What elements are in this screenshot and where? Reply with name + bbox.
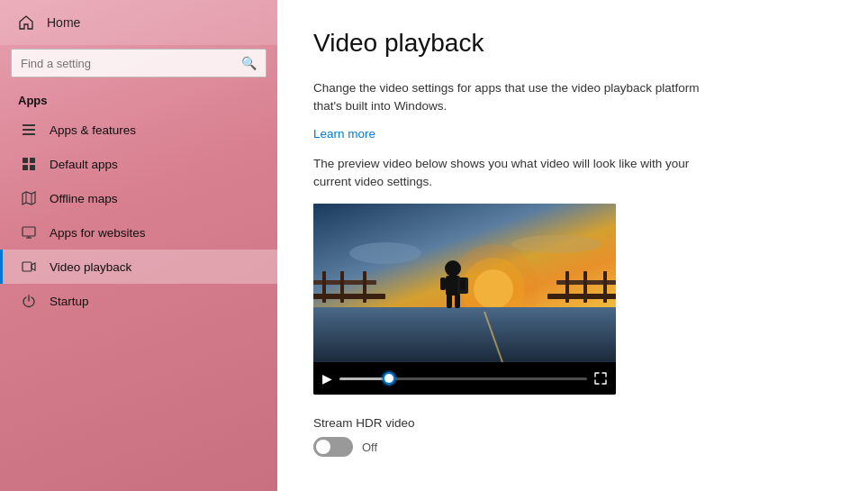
- play-button[interactable]: ▶: [322, 371, 332, 386]
- sidebar-item-startup[interactable]: Startup: [0, 284, 277, 318]
- progress-thumb: [383, 372, 395, 385]
- preview-text: The preview video below shows you what v…: [313, 155, 710, 192]
- svg-rect-0: [23, 124, 35, 126]
- hdr-section: Stream HDR video Off: [313, 416, 832, 457]
- svg-rect-25: [322, 271, 326, 303]
- sidebar-item-label: Apps & features: [50, 123, 136, 137]
- svg-rect-28: [565, 271, 569, 303]
- svg-rect-3: [23, 158, 28, 163]
- svg-point-17: [349, 242, 421, 264]
- list-icon: [21, 122, 37, 138]
- sidebar-item-label: Default apps: [50, 158, 118, 171]
- svg-rect-30: [603, 271, 607, 303]
- home-label: Home: [47, 15, 80, 30]
- search-icon[interactable]: 🔍: [232, 50, 266, 77]
- sidebar-item-apps-for-websites[interactable]: Apps for websites: [0, 215, 277, 250]
- sidebar: Home 🔍 Apps Apps & features Default apps: [0, 0, 277, 491]
- svg-rect-5: [23, 165, 28, 170]
- svg-rect-4: [30, 158, 35, 163]
- sidebar-item-apps-features[interactable]: Apps & features: [0, 113, 277, 147]
- home-icon: [18, 14, 34, 31]
- svg-rect-35: [455, 294, 460, 308]
- svg-rect-9: [23, 227, 35, 236]
- svg-rect-26: [340, 271, 344, 303]
- svg-point-18: [511, 235, 601, 253]
- progress-bar[interactable]: [339, 377, 587, 380]
- svg-rect-19: [313, 307, 616, 362]
- learn-more-link[interactable]: Learn more: [313, 127, 375, 141]
- sidebar-item-video-playback[interactable]: Video playback: [0, 250, 277, 284]
- sidebar-item-label: Startup: [50, 295, 89, 308]
- svg-rect-27: [363, 271, 366, 303]
- search-input[interactable]: [12, 50, 232, 77]
- progress-fill: [339, 377, 389, 380]
- toggle-row: Off: [313, 437, 832, 457]
- sidebar-item-label: Apps for websites: [50, 226, 146, 240]
- video-controls[interactable]: ▶: [313, 362, 616, 395]
- page-title: Video playback: [313, 29, 832, 58]
- video-frame: [313, 204, 616, 362]
- svg-rect-2: [23, 133, 35, 135]
- sidebar-item-label: Video playback: [50, 260, 131, 274]
- video-player[interactable]: ▶: [313, 204, 616, 395]
- toggle-knob: [316, 440, 330, 454]
- svg-point-32: [445, 260, 461, 277]
- svg-rect-34: [447, 294, 452, 308]
- main-content: Video playback Change the video settings…: [277, 0, 868, 491]
- search-box[interactable]: 🔍: [11, 49, 267, 77]
- svg-rect-37: [460, 277, 466, 290]
- svg-rect-1: [23, 129, 35, 131]
- map-icon: [21, 190, 37, 206]
- svg-rect-6: [30, 165, 35, 170]
- section-title: Apps: [0, 85, 277, 113]
- sidebar-item-offline-maps[interactable]: Offline maps: [0, 181, 277, 215]
- svg-rect-12: [23, 262, 32, 271]
- fullscreen-button[interactable]: [594, 372, 607, 385]
- video-icon: [21, 259, 37, 275]
- sidebar-item-label: Offline maps: [50, 192, 118, 205]
- power-icon: [21, 293, 37, 309]
- monitor-icon: [21, 224, 37, 241]
- svg-rect-29: [583, 271, 587, 303]
- hdr-toggle[interactable]: [313, 437, 353, 457]
- sidebar-item-default-apps[interactable]: Default apps: [0, 147, 277, 181]
- toggle-state-label: Off: [362, 441, 377, 454]
- grid-icon: [21, 156, 37, 172]
- svg-rect-36: [440, 277, 446, 290]
- description-text: Change the video settings for apps that …: [313, 79, 710, 116]
- hdr-label: Stream HDR video: [313, 416, 832, 430]
- video-scene: [313, 204, 616, 362]
- sidebar-home-item[interactable]: Home: [0, 0, 277, 45]
